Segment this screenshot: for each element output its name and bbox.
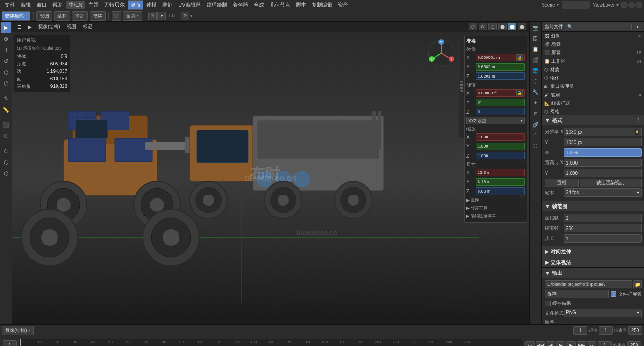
menu-composite[interactable]: 合成 bbox=[251, 0, 267, 9]
transform-icon[interactable]: ⬡ bbox=[112, 11, 121, 21]
current-frame-input[interactable]: 1 bbox=[573, 326, 587, 335]
scale-z-val[interactable]: 1.000 bbox=[476, 152, 525, 159]
res-x-input[interactable]: 1080 px 🔒 bbox=[564, 128, 642, 136]
viewport-overlay-btn[interactable]: ⬡ bbox=[469, 23, 477, 30]
menu-assets[interactable]: 资产 bbox=[335, 0, 351, 9]
menu-object-3d[interactable]: 物体 bbox=[90, 11, 106, 21]
menu-texture[interactable]: 纹理绘制 bbox=[204, 0, 230, 9]
open-tools-collapsible[interactable]: ▶ 对齐工具 bbox=[466, 204, 525, 212]
current-frame-left[interactable]: 1 bbox=[3, 340, 17, 346]
timeline-scrubber[interactable]: 0102030405060708090100110120130140150160… bbox=[18, 339, 524, 346]
output-section-header[interactable]: ▼ 输出 bbox=[542, 268, 644, 278]
tool-2[interactable]: ⬡ bbox=[1, 131, 11, 141]
start-frame-input[interactable]: 1 bbox=[564, 214, 642, 222]
end-frame-input[interactable]: 250 bbox=[564, 224, 642, 232]
tool-add-cube[interactable]: ⬛ bbox=[1, 120, 11, 130]
menu-modeling[interactable]: 建模 bbox=[143, 0, 159, 9]
res-x-lock-btn[interactable]: 🔒 bbox=[635, 129, 639, 135]
res-pct-input[interactable]: 100% bbox=[564, 148, 642, 157]
start-frame-display[interactable]: 1 bbox=[599, 326, 613, 335]
fr-view-layer-icon[interactable]: 📋 bbox=[530, 44, 541, 54]
outliner-item-brush[interactable]: 🖌 笔刷 4 bbox=[542, 91, 644, 99]
menu-wantbeier[interactable]: 万特贝尔 bbox=[101, 0, 128, 9]
output-path-browse-btn[interactable]: 📁 bbox=[633, 280, 642, 288]
dim-y-val[interactable]: 6.15 m bbox=[476, 178, 525, 186]
viewport-shading-solid[interactable]: ⬤ bbox=[498, 23, 507, 30]
tool-3[interactable]: ⬡ bbox=[1, 146, 11, 156]
rotation-mode-dropdown[interactable]: XYZ 欧拉 ▾ bbox=[466, 117, 525, 124]
tool-transform[interactable]: ⬡ bbox=[1, 79, 11, 89]
outliner-item-material[interactable]: ⬡ 材质 bbox=[542, 65, 644, 74]
scale-y-val[interactable]: 1.000 bbox=[476, 143, 525, 150]
tool-cursor[interactable]: ⊕ bbox=[1, 34, 11, 44]
rot-y-val[interactable]: 0° bbox=[476, 99, 525, 106]
keep-label[interactable]: KEEP bbox=[459, 81, 464, 93]
step-fwd-btn[interactable]: ▶ bbox=[566, 341, 576, 346]
outliner-filter-btn[interactable]: ▾ bbox=[634, 23, 641, 30]
vp-mark-menu[interactable]: 标记 bbox=[80, 23, 94, 30]
menu-uv[interactable]: UV编辑器 bbox=[175, 0, 203, 9]
properties-collapsible[interactable]: ▶ 属性 bbox=[466, 196, 525, 204]
stereoscopy-header[interactable]: ▶ 立体视法 bbox=[542, 257, 644, 267]
outliner-item-screen[interactable]: ⬛ 屏幕 16 bbox=[542, 49, 644, 57]
fr-object-icon[interactable]: ⬡ bbox=[530, 76, 541, 86]
fr-render-icon[interactable]: 📷 bbox=[530, 22, 541, 33]
vp-view-menu[interactable]: 视图 bbox=[64, 23, 79, 30]
format-options-btn[interactable]: ⋮ bbox=[634, 116, 642, 124]
menu-copyedit[interactable]: 复制编辑 bbox=[309, 0, 335, 9]
frame-range-header[interactable]: ▼ 帧范围 bbox=[542, 201, 644, 211]
outliner-search[interactable]: 🔍 bbox=[565, 23, 632, 30]
viewport-shading-material[interactable]: ⬤ bbox=[508, 23, 516, 30]
fr-world-icon[interactable]: 🌐 bbox=[530, 65, 541, 76]
outliner-item-workspace[interactable]: 📋 工作区 24 bbox=[542, 57, 644, 65]
timeline-view-btn[interactable]: 摄像(结构) ▾ bbox=[2, 326, 34, 335]
tool-measure[interactable]: 📏 bbox=[1, 105, 11, 115]
outliner-item-scene[interactable]: 🎬 场景 bbox=[542, 40, 644, 49]
menu-shader[interactable]: 着色器 bbox=[230, 0, 251, 9]
aspect-y-input[interactable]: 1.000 bbox=[564, 169, 642, 177]
current-frame-right[interactable]: 1 bbox=[598, 341, 612, 346]
menu-file[interactable]: 文件 bbox=[2, 0, 18, 9]
format-dropdown[interactable]: PNG ▾ bbox=[564, 309, 642, 317]
outliner-item-object[interactable]: ⬡ 物体 bbox=[542, 74, 644, 82]
pos-y-val[interactable]: 9.6362 m bbox=[476, 63, 525, 71]
dim-z-val[interactable]: 6.66 m bbox=[476, 187, 525, 195]
step-input[interactable]: 1 bbox=[564, 234, 642, 243]
menu-window[interactable]: 窗口 bbox=[34, 0, 50, 9]
menu-add-3d[interactable]: 添加 bbox=[72, 11, 88, 21]
prev-keyframe-btn[interactable]: ◀◀ bbox=[536, 341, 545, 346]
rot-z-val[interactable]: 0° bbox=[476, 108, 525, 115]
output-path-input[interactable]: E:\blender project\输出\picture\ bbox=[545, 280, 632, 288]
step-back-btn[interactable]: ◀ bbox=[546, 341, 555, 346]
dim-x-val[interactable]: 12.5 m bbox=[476, 169, 525, 176]
tool-4[interactable]: ⬡ bbox=[1, 157, 11, 167]
menu-sculpt[interactable]: 雕刻 bbox=[159, 0, 175, 9]
menu-script[interactable]: 脚本 bbox=[293, 0, 309, 9]
go-start-btn[interactable]: ⏮ bbox=[525, 341, 535, 346]
fr-output-icon[interactable]: 🖼 bbox=[530, 33, 541, 43]
end-frame-display[interactable]: 250 bbox=[628, 326, 642, 335]
next-keyframe-btn[interactable]: ▶▶ bbox=[577, 341, 586, 346]
viewport-3d[interactable]: ☰ ▶ 摄像(结构) 视图 标记 ⬡ ⊙ ◻ ⬤ ⬤ ⬤ bbox=[12, 22, 529, 324]
pos-z-val[interactable]: 1.6201 m bbox=[476, 72, 525, 80]
tool-rotate[interactable]: ↺ bbox=[1, 56, 11, 66]
play-btn[interactable]: ▶ bbox=[556, 341, 565, 346]
menu-lang[interactable]: 中/EN bbox=[66, 1, 85, 9]
rot-x-val[interactable]: 0.000007° 🔒 bbox=[476, 89, 525, 97]
menu-geometry[interactable]: 几何节点 bbox=[267, 0, 293, 9]
framebox-btn[interactable]: 渲框 bbox=[545, 179, 579, 187]
vp-menu-toggle[interactable]: ☰ bbox=[15, 24, 24, 30]
fr-data-icon[interactable]: ⬡ bbox=[530, 130, 541, 140]
outliner-item-image[interactable]: 🖼 图像 26 bbox=[542, 32, 644, 40]
res-y-input[interactable]: 1080 px bbox=[564, 138, 642, 146]
manage-views-btn[interactable]: 裁定渲染视点 bbox=[580, 179, 642, 187]
menu-view-3d[interactable]: 视图 bbox=[36, 11, 52, 21]
vp-mode-icon[interactable]: ▶ bbox=[26, 24, 34, 30]
vp-mode-label[interactable]: 摄像(结构) bbox=[36, 23, 63, 30]
axis-gizmo[interactable]: Z X Y bbox=[426, 38, 456, 68]
fr-physics-icon[interactable]: ⚙ bbox=[530, 108, 541, 119]
mode-selector[interactable]: 物体模式 ▾ bbox=[2, 11, 30, 21]
menu-select-3d[interactable]: 选择 bbox=[54, 11, 70, 21]
fr-scene-icon[interactable]: 🎬 bbox=[530, 55, 541, 65]
pos-x-lock[interactable]: 🔒 bbox=[516, 54, 523, 61]
